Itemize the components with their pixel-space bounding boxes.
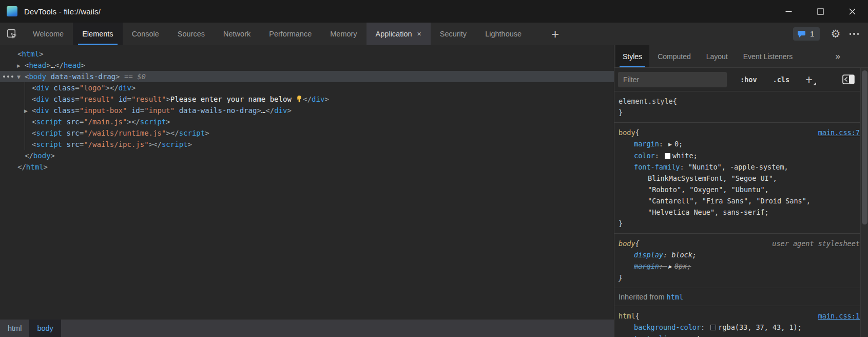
expand-arrow-icon[interactable]: ▶: [24, 105, 32, 117]
code-token: [114, 95, 118, 103]
tab-label: Sources: [178, 30, 205, 38]
css-property-name: color: [634, 152, 655, 160]
inspect-element-button[interactable]: [0, 23, 24, 45]
styles-tab-strip: StylesComputedLayoutEvent Listeners »: [614, 45, 868, 68]
code-token: "input": [144, 106, 175, 115]
css-colon: :: [701, 323, 709, 331]
code-token: "input-box": [80, 106, 127, 115]
dom-node-line[interactable]: <div class="result" id="result">Please e…: [0, 93, 614, 105]
css-property-line[interactable]: font-family: "Nunito", -apple-system,: [619, 161, 860, 173]
stylesheet-link[interactable]: main.css:1: [818, 310, 860, 322]
tab-welcome[interactable]: Welcome: [24, 23, 73, 45]
code-token: >: [44, 163, 48, 171]
toggle-computed-sidebar-button[interactable]: [842, 74, 855, 84]
color-swatch[interactable]: [665, 153, 670, 159]
code-token: script: [36, 140, 62, 148]
code-token: id: [119, 95, 127, 103]
tab-label: Styles: [623, 52, 642, 61]
dom-node-line[interactable]: ▶<head>…</head>: [0, 60, 614, 71]
code-token: script: [36, 129, 62, 137]
minimize-icon: [785, 8, 792, 15]
css-property-line[interactable]: text-align: center;: [619, 333, 860, 337]
tab-label: Network: [223, 30, 250, 38]
sidebar-toggle-icon: [842, 74, 855, 84]
tab-security[interactable]: Security: [431, 23, 476, 45]
tab-memory[interactable]: Memory: [321, 23, 366, 45]
tab-sources[interactable]: Sources: [168, 23, 214, 45]
color-swatch[interactable]: [710, 325, 716, 330]
toggle-pseudo-classes-button[interactable]: :hov: [740, 76, 757, 84]
styles-scrollbar[interactable]: [860, 68, 868, 337]
dom-node-line[interactable]: ▼<body data-wails-drag> == $0: [0, 71, 614, 82]
tab-styles[interactable]: Styles: [615, 45, 649, 67]
css-colon: :: [655, 152, 663, 160]
node-options-dots[interactable]: [3, 71, 13, 82]
tab-console[interactable]: Console: [123, 23, 168, 45]
maximize-button[interactable]: [804, 0, 836, 23]
styles-filter-input[interactable]: [618, 72, 727, 87]
settings-button[interactable]: ⚙: [827, 25, 844, 43]
close-button[interactable]: [836, 0, 868, 23]
tab-performance[interactable]: Performance: [260, 23, 321, 45]
more-tabs-button[interactable]: +: [544, 23, 566, 45]
code-token: id: [131, 106, 140, 115]
css-property-value: 8px;: [674, 262, 691, 270]
close-tab-icon[interactable]: ×: [417, 30, 421, 38]
dom-node-line[interactable]: <script src="/wails/runtime.js"></script…: [0, 127, 614, 139]
inherited-node-link[interactable]: html: [667, 293, 684, 301]
tab-network[interactable]: Network: [214, 23, 260, 45]
issues-counter-button[interactable]: 1: [793, 27, 820, 41]
tab-computed[interactable]: Computed: [650, 45, 698, 67]
css-colon: :: [680, 163, 688, 171]
rule-selector-line[interactable]: html {main.css:1: [619, 310, 860, 322]
expand-value-arrow-icon[interactable]: ▶: [668, 142, 672, 147]
tab-elements[interactable]: Elements: [73, 23, 122, 45]
code-token: =: [140, 106, 144, 115]
css-property-line[interactable]: margin: ▶0;: [619, 138, 860, 150]
close-brace: }: [619, 107, 860, 118]
css-property-name: display: [634, 251, 663, 259]
dom-node-line[interactable]: <html>: [0, 48, 614, 60]
code-token: >: [166, 129, 170, 137]
code-token: div: [119, 84, 131, 92]
new-style-rule-button[interactable]: +: [802, 72, 816, 87]
rule-selector-line[interactable]: body {main.css:7: [619, 127, 860, 138]
stylesheet-link[interactable]: main.css:7: [818, 127, 860, 138]
rule-selector-line[interactable]: element.style {: [619, 96, 860, 107]
expand-arrow-icon[interactable]: ▶: [17, 60, 25, 71]
dom-node-line[interactable]: </html>: [0, 161, 614, 173]
dom-node-line[interactable]: <script src="/main.js"></script>: [0, 116, 614, 127]
expand-value-arrow-icon[interactable]: ▶: [668, 264, 672, 269]
code-token: =: [75, 106, 79, 115]
code-token: =: [80, 129, 84, 137]
dom-node-line[interactable]: <script src="/wails/ipc.js"></script>: [0, 139, 614, 150]
collapse-arrow-icon[interactable]: ▼: [17, 71, 25, 83]
tab-application[interactable]: Application×: [367, 23, 431, 45]
rule-selector-line[interactable]: body {user agent stylesheet: [619, 238, 860, 249]
css-value-wrap-line: BlinkMacSystemFont, "Segoe UI",: [619, 173, 860, 184]
minimize-button[interactable]: [773, 0, 804, 23]
css-colon: :: [676, 334, 684, 337]
tab-event-listeners[interactable]: Event Listeners: [736, 45, 800, 67]
breadcrumb-item-body[interactable]: body: [29, 320, 61, 337]
code-token: == $0: [120, 72, 146, 81]
toggle-element-classes-button[interactable]: .cls: [773, 76, 790, 84]
css-value-wrap-line: "Cantarell", "Fira Sans", "Droid Sans",: [619, 195, 860, 207]
css-property-line[interactable]: margin: ▶8px;: [619, 260, 860, 272]
dom-node-line[interactable]: <div class="logo"></div>: [0, 82, 614, 93]
window-title: DevTools - file://wails/: [24, 7, 101, 16]
css-property-line[interactable]: background-color: rgba(33, 37, 43, 1);: [619, 322, 860, 333]
tab-layout[interactable]: Layout: [699, 45, 735, 67]
customize-menu-button[interactable]: [845, 25, 863, 43]
scrollbar-thumb[interactable]: [862, 70, 867, 224]
breadcrumb-item-html[interactable]: html: [0, 320, 29, 337]
code-token: >: [51, 152, 55, 160]
dom-node-line[interactable]: ▶<div class="input-box" id="input" data-…: [0, 105, 614, 116]
tab-lighthouse[interactable]: Lighthouse: [476, 23, 531, 45]
dom-node-line[interactable]: </body>: [0, 150, 614, 161]
css-property-line[interactable]: display: block;: [619, 249, 860, 260]
code-token: script: [36, 118, 62, 126]
tab-overflow-chevron-icon[interactable]: »: [836, 51, 839, 62]
css-property-line[interactable]: color: white;: [619, 150, 860, 161]
close-icon: [849, 8, 856, 15]
